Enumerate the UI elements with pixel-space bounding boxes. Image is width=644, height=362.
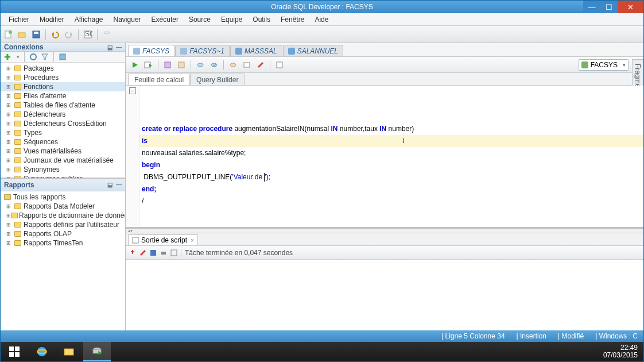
svg-point-18 [197, 63, 203, 67]
table-icon [288, 48, 295, 55]
explain-icon[interactable] [162, 59, 173, 71]
panel-minimize-icon[interactable]: — [115, 43, 123, 51]
sqldeveloper-icon[interactable] [83, 342, 111, 361]
commit-icon[interactable] [208, 59, 220, 71]
redo-icon[interactable] [63, 29, 75, 40]
tab-salannuel[interactable]: SALANNUEL [283, 45, 343, 56]
connection-icon [133, 48, 140, 55]
svg-rect-4 [34, 32, 38, 34]
print-icon[interactable] [160, 249, 167, 256]
autotrace-icon[interactable] [176, 59, 187, 71]
tree-item: ⊞Rapports OLAP [1, 229, 125, 238]
tab-masssal[interactable]: MASSSAL [230, 45, 282, 56]
insert-mode: Insertion [520, 332, 546, 340]
menu-equipe[interactable]: Equipe [216, 14, 247, 25]
menu-naviguer[interactable]: Naviguer [109, 14, 146, 25]
menu-fichier[interactable]: Fichier [4, 14, 34, 25]
connections-tree[interactable]: ⊞Packages ⊞Procédures ⊞Fonctions ⊞Files … [1, 63, 125, 178]
refresh-icon[interactable] [29, 53, 37, 61]
undo-icon[interactable] [49, 29, 61, 40]
menu-executer[interactable]: Exécuter [147, 14, 183, 25]
wrap-icon[interactable] [170, 249, 177, 256]
minimize-button[interactable]: — [583, 1, 600, 13]
svg-rect-24 [150, 250, 156, 256]
close-tab-icon[interactable]: × [191, 237, 194, 244]
explorer-icon[interactable] [56, 342, 83, 361]
menu-source[interactable]: Source [184, 14, 215, 25]
window-controls: — ☐ ✕ [583, 1, 643, 13]
open-icon[interactable] [17, 29, 28, 40]
svg-rect-17 [179, 62, 184, 68]
reports-tree[interactable]: Tous les rapports ⊞Rapports Data Modeler… [1, 191, 125, 330]
connections-title: Connexions [4, 43, 44, 51]
menubar: Fichier Modifier Affichage Naviguer Exéc… [1, 13, 643, 26]
tab-query-builder[interactable]: Query Builder [190, 74, 245, 85]
tree-item: ⊞Rapports définis par l'utilisateur [1, 220, 125, 229]
code-editor[interactable]: − create or replace procedure augmentati… [126, 86, 643, 227]
editor-toolbar: FACSYS [126, 57, 643, 73]
rollback-icon[interactable] [227, 59, 239, 71]
separator [45, 29, 46, 40]
tree-item: ⊞Séquences [1, 137, 125, 147]
save-icon[interactable] [30, 29, 42, 40]
tree-item: ⊞Rapports Data Modeler [1, 202, 125, 211]
menu-aide[interactable]: Aide [310, 14, 333, 25]
svg-marker-13 [133, 62, 138, 68]
run-icon[interactable] [129, 59, 141, 71]
svg-point-9 [104, 32, 110, 34]
output-body[interactable] [126, 260, 643, 330]
pin-icon[interactable] [129, 249, 136, 256]
menu-affichage[interactable]: Affichage [70, 14, 108, 25]
new-icon[interactable] [3, 29, 14, 40]
run-script-icon[interactable] [143, 59, 154, 71]
panel-pin-icon[interactable]: ⬓ [106, 181, 114, 189]
svg-rect-23 [133, 237, 138, 243]
system-clock[interactable]: 22:49 07/03/2015 [603, 344, 638, 359]
fold-icon[interactable]: − [129, 87, 136, 94]
maximize-button[interactable]: ☐ [600, 1, 618, 13]
script-icon [132, 237, 139, 244]
table-icon [235, 48, 242, 55]
clear-icon[interactable] [139, 249, 146, 256]
svg-point-31 [37, 347, 46, 356]
new-connection-icon[interactable] [3, 52, 13, 61]
save-icon[interactable] [150, 249, 157, 256]
filter-icon[interactable] [41, 53, 49, 61]
svg-rect-27 [9, 346, 14, 351]
svg-text:SQL: SQL [85, 30, 92, 38]
close-button[interactable]: ✕ [618, 1, 643, 13]
svg-rect-12 [60, 54, 65, 60]
left-column: Connexions ⬓ — ▾ ⊞Packages ⊞Procédures ⊞… [1, 43, 126, 330]
menu-modifier[interactable]: Modifier [35, 14, 69, 25]
start-button[interactable] [1, 342, 28, 361]
ie-icon[interactable] [28, 342, 56, 361]
menu-fenetre[interactable]: Fenêtre [276, 14, 309, 25]
tab-script-output[interactable]: Sortie de script × [128, 234, 198, 245]
panel-pin-icon[interactable]: ⬓ [106, 43, 114, 51]
code-content[interactable]: create or replace procedure augmentation… [139, 86, 643, 227]
svg-rect-22 [277, 62, 282, 68]
tree-item: ⊞Files d'attente [1, 91, 125, 101]
expand-icon[interactable] [59, 53, 67, 61]
db-icon[interactable] [101, 29, 112, 40]
sql-tuning-icon[interactable] [195, 59, 206, 71]
tab-facsys1[interactable]: FACSYS~1 [175, 45, 230, 56]
clear-icon[interactable] [255, 59, 266, 71]
schema-selector[interactable]: FACSYS [579, 59, 629, 71]
svg-rect-33 [64, 349, 73, 355]
tab-facsys[interactable]: FACSYS [128, 45, 174, 56]
tree-item: ⊞Packages [1, 64, 125, 73]
splitter[interactable]: ▴▾ [126, 229, 643, 233]
svg-rect-25 [161, 252, 166, 255]
sql-icon[interactable]: SQL [82, 29, 94, 40]
svg-rect-2 [18, 33, 25, 37]
dropdown-icon[interactable]: ▾ [17, 54, 20, 60]
history-icon[interactable] [274, 59, 285, 71]
tab-worksheet[interactable]: Feuille de calcul [128, 74, 190, 85]
cursor-position: Ligne 5 Colonne 34 [445, 332, 505, 340]
unshared-icon[interactable] [241, 59, 253, 71]
output-toolbar: Tâche terminée en 0,047 secondes [126, 246, 643, 260]
menu-outils[interactable]: Outils [248, 14, 275, 25]
panel-minimize-icon[interactable]: — [115, 181, 123, 189]
sql-icon [180, 48, 187, 55]
